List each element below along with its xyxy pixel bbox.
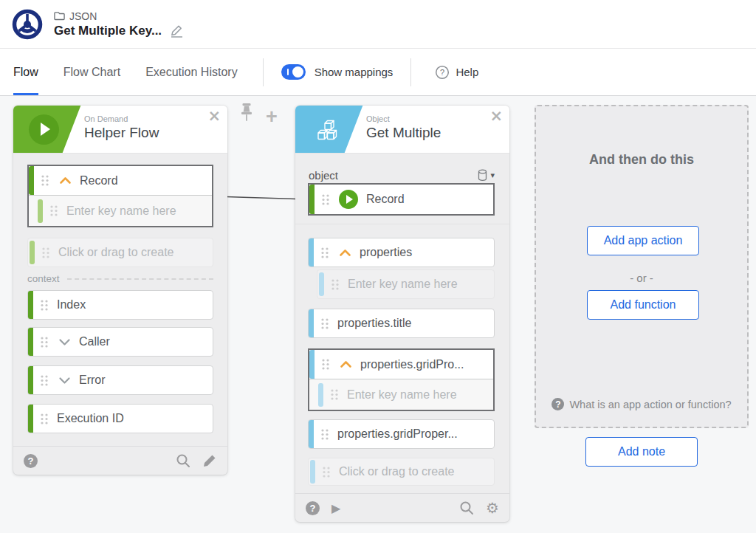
caller-field[interactable]: Caller xyxy=(27,327,213,357)
tab-execution-history[interactable]: Execution History xyxy=(145,49,238,95)
question-circle-icon: ? xyxy=(551,398,564,410)
drag-handle-icon[interactable] xyxy=(331,278,340,291)
breadcrumb: JSON xyxy=(54,10,185,22)
card-title: Get Multiple xyxy=(366,125,441,141)
create-key-field[interactable]: Click or drag to create xyxy=(308,458,495,486)
source-selector[interactable]: ▾ xyxy=(478,169,495,182)
tab-flow-chart[interactable]: Flow Chart xyxy=(63,49,120,95)
dashed-divider xyxy=(67,278,213,280)
chevron-up-icon[interactable] xyxy=(339,249,351,257)
card-kind-label: Object xyxy=(366,114,441,123)
add-function-button[interactable]: Add function xyxy=(587,290,699,320)
field-color-bar xyxy=(28,366,33,394)
field-color-bar xyxy=(29,166,34,195)
record-field[interactable]: Record xyxy=(309,185,493,214)
add-note-button[interactable]: Add note xyxy=(585,437,698,467)
chevron-down-icon[interactable] xyxy=(58,338,71,346)
execution-id-field[interactable]: Execution ID xyxy=(27,404,213,433)
new-key-field[interactable]: Enter key name here xyxy=(309,379,493,410)
card-footer: ? xyxy=(13,446,227,475)
drag-handle-icon[interactable] xyxy=(321,193,330,206)
drag-handle-icon[interactable] xyxy=(330,388,339,401)
field-color-bar xyxy=(309,350,315,379)
field-color-bar xyxy=(28,405,33,433)
object-label: object xyxy=(309,169,338,182)
properties-new-key-field[interactable]: Enter key name here xyxy=(317,269,495,299)
pencil-icon[interactable] xyxy=(202,453,217,468)
drag-handle-icon[interactable] xyxy=(320,428,329,441)
key-name-input[interactable]: Enter key name here xyxy=(347,388,457,402)
drag-handle-icon[interactable] xyxy=(40,374,49,387)
field-color-bar xyxy=(318,383,323,407)
card-help-icon[interactable]: ? xyxy=(306,501,320,515)
card-help-icon[interactable]: ? xyxy=(24,454,38,468)
caret-down-icon: ▾ xyxy=(490,171,495,180)
get-multiple-card[interactable]: Object Get Multiple × object ▾ Record xyxy=(295,106,509,522)
drag-handle-icon[interactable] xyxy=(40,413,49,425)
field-label: Execution ID xyxy=(57,412,124,425)
record-field[interactable]: Record xyxy=(29,166,212,196)
field-color-bar xyxy=(309,185,315,214)
field-label: properties.gridProper... xyxy=(337,427,458,441)
new-key-field[interactable]: Enter key name here xyxy=(29,196,212,226)
grid-properties-group[interactable]: properties.gridPro... Enter key name her… xyxy=(308,348,495,411)
tab-bar: Flow Flow Chart Execution History Show m… xyxy=(0,49,756,96)
chevron-down-icon[interactable] xyxy=(58,376,71,385)
chevron-up-icon[interactable] xyxy=(340,360,352,368)
divider xyxy=(263,58,264,86)
on-demand-play-icon[interactable] xyxy=(29,114,59,145)
drag-handle-icon[interactable] xyxy=(40,299,49,312)
field-label: Index xyxy=(57,298,86,312)
pin-icon[interactable] xyxy=(239,103,254,123)
key-name-input[interactable]: Enter key name here xyxy=(66,204,176,218)
close-card-icon[interactable]: × xyxy=(489,107,503,125)
card-kind-label: On Demand xyxy=(84,114,159,123)
key-name-input[interactable]: Enter key name here xyxy=(348,278,458,291)
drag-handle-icon[interactable] xyxy=(41,174,49,187)
grid-proper-field[interactable]: properties.gridProper... xyxy=(308,419,495,449)
drag-handle-icon[interactable] xyxy=(40,336,49,348)
drag-handle-icon[interactable] xyxy=(41,247,50,259)
database-icon xyxy=(478,169,487,182)
context-label: context xyxy=(27,273,60,284)
add-card-button[interactable]: + xyxy=(266,107,278,127)
search-icon[interactable] xyxy=(459,501,474,515)
field-label: Error xyxy=(79,374,106,387)
close-card-icon[interactable]: × xyxy=(207,107,221,125)
field-color-bar xyxy=(28,328,33,356)
field-color-bar xyxy=(319,272,324,296)
properties-field[interactable]: properties xyxy=(308,238,495,267)
field-color-bar xyxy=(309,420,314,448)
drag-handle-icon[interactable] xyxy=(320,317,329,330)
show-mappings-toggle[interactable] xyxy=(281,64,306,80)
properties-title-field[interactable]: properties.title xyxy=(308,309,495,338)
error-field[interactable]: Error xyxy=(27,365,213,395)
and-then-panel: And then do this Add app action - or - A… xyxy=(535,105,749,428)
field-label: Record xyxy=(366,193,405,206)
create-key-field[interactable]: Click or drag to create xyxy=(27,238,213,267)
divider xyxy=(410,58,411,86)
index-field[interactable]: Index xyxy=(27,290,213,320)
panel-help-link[interactable]: ? What is an app action or function? xyxy=(536,398,747,410)
drag-handle-icon[interactable] xyxy=(322,466,331,478)
record-field-group[interactable]: Record Enter key name here xyxy=(27,165,213,227)
tab-flow[interactable]: Flow xyxy=(13,49,38,95)
field-label: properties.title xyxy=(337,317,412,330)
create-placeholder: Click or drag to create xyxy=(339,465,455,478)
drag-handle-icon[interactable] xyxy=(321,358,330,371)
run-card-icon[interactable]: ▶ xyxy=(331,501,340,515)
add-app-action-button[interactable]: Add app action xyxy=(587,226,699,255)
drag-handle-icon[interactable] xyxy=(49,204,58,217)
chevron-up-icon[interactable] xyxy=(59,176,72,185)
helper-flow-card[interactable]: On Demand Helper Flow × Record Enter key… xyxy=(13,106,227,475)
field-label: properties xyxy=(360,246,412,259)
object-record-field[interactable]: Record xyxy=(308,183,495,216)
settings-gear-icon[interactable]: ⚙ xyxy=(486,501,499,515)
edit-title-icon[interactable] xyxy=(169,24,185,38)
object-cubes-icon xyxy=(315,117,341,142)
help-button[interactable]: ? Help xyxy=(435,65,478,80)
search-icon[interactable] xyxy=(176,453,190,468)
flow-canvas[interactable]: + On Demand Helper Flow × Record xyxy=(0,96,756,533)
grid-properties-field[interactable]: properties.gridPro... xyxy=(309,350,493,379)
drag-handle-icon[interactable] xyxy=(320,247,329,259)
